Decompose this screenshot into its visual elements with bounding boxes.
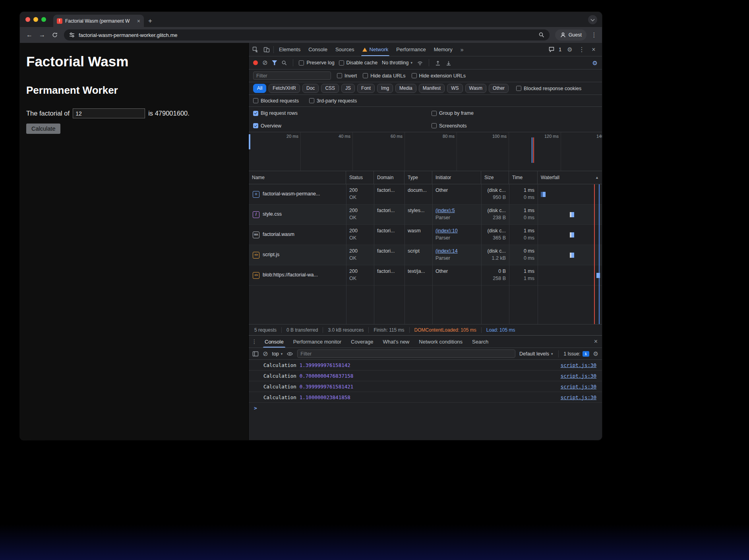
- source-link[interactable]: script.js:30: [561, 362, 596, 368]
- drawer-tab-search[interactable]: Search: [467, 336, 493, 348]
- waterfall-bar[interactable]: [541, 192, 546, 197]
- drawer-menu-button[interactable]: ⋮: [249, 338, 260, 345]
- zoom-icon[interactable]: [538, 32, 545, 38]
- hide-data-urls-checkbox[interactable]: Hide data URLs: [363, 73, 405, 79]
- invert-checkbox[interactable]: Invert: [337, 73, 357, 79]
- chip-other[interactable]: Other: [489, 84, 509, 93]
- chip-font[interactable]: Font: [357, 84, 375, 93]
- preserve-log-checkbox[interactable]: Preserve log: [299, 60, 334, 66]
- new-tab-button[interactable]: +: [148, 17, 152, 24]
- address-bar[interactable]: factorial-wasm-perman­ent-worker.glitch.…: [64, 29, 550, 41]
- tab-close-icon[interactable]: ×: [137, 18, 140, 24]
- close-drawer-button[interactable]: ×: [594, 338, 602, 345]
- search-icon[interactable]: [281, 60, 287, 66]
- chip-ws[interactable]: WS: [447, 84, 463, 93]
- forward-button[interactable]: →: [36, 29, 48, 41]
- settings-gear-icon[interactable]: ⚙: [564, 44, 575, 55]
- third-party-requests-checkbox[interactable]: 3rd-party requests: [309, 98, 357, 104]
- issues-counter[interactable]: 1 Issue: 1: [564, 351, 589, 357]
- drawer-tab-performance-monitor[interactable]: Performance monitor: [288, 336, 346, 348]
- drawer-tab-coverage[interactable]: Coverage: [346, 336, 378, 348]
- drawer-tab-whats-new[interactable]: What's new: [378, 336, 414, 348]
- site-settings-icon[interactable]: [69, 32, 75, 38]
- tab-network[interactable]: Network: [358, 43, 393, 56]
- drawer-tab-network-conditions[interactable]: Network conditions: [414, 336, 467, 348]
- column-header-status[interactable]: Status: [346, 171, 374, 184]
- big-request-rows-checkbox[interactable]: Big request rows: [253, 110, 432, 116]
- browser-menu-button[interactable]: ⋮: [590, 31, 598, 39]
- factorial-input[interactable]: [73, 108, 145, 118]
- chip-wasm[interactable]: Wasm: [465, 84, 487, 93]
- table-row-wasm[interactable]: WA factorial.wasm 200OK factori... wasm …: [249, 225, 602, 245]
- close-devtools-button[interactable]: ×: [588, 44, 599, 55]
- chip-manifest[interactable]: Manifest: [419, 84, 445, 93]
- source-link[interactable]: script.js:30: [561, 384, 596, 390]
- drawer-tab-console[interactable]: Console: [260, 336, 288, 348]
- clear-button[interactable]: ⊘: [262, 60, 267, 66]
- chip-js[interactable]: JS: [341, 84, 355, 93]
- column-header-waterfall[interactable]: Waterfall ▲: [538, 171, 602, 184]
- tab-performance[interactable]: Performance: [392, 43, 430, 56]
- table-row-script[interactable]: <> script.js 200OK factori... script (in…: [249, 245, 602, 265]
- browser-tab[interactable]: ! Factorial Wasm (permanent W ×: [53, 15, 144, 27]
- live-expression-eye-icon[interactable]: [286, 351, 293, 357]
- tab-console[interactable]: Console: [304, 43, 331, 56]
- issues-button[interactable]: [546, 44, 557, 55]
- tab-search-button[interactable]: [588, 15, 597, 24]
- blocked-response-cookies-checkbox[interactable]: Blocked response cookies: [516, 86, 581, 91]
- device-toolbar-button[interactable]: [261, 44, 272, 55]
- network-conditions-icon[interactable]: [417, 60, 423, 66]
- close-window-button[interactable]: [25, 17, 30, 22]
- group-by-frame-checkbox[interactable]: Group by frame: [432, 110, 474, 116]
- initiator-link[interactable]: (index):14: [435, 248, 478, 255]
- column-header-initiator[interactable]: Initiator: [432, 171, 481, 184]
- clear-console-button[interactable]: ⊘: [263, 351, 268, 357]
- initiator-link[interactable]: (index):5: [435, 207, 478, 214]
- waterfall-bar[interactable]: [570, 212, 574, 217]
- initiator-link[interactable]: (index):10: [435, 228, 478, 235]
- chip-all[interactable]: All: [253, 84, 266, 93]
- source-link[interactable]: script.js:30: [561, 373, 596, 379]
- tab-memory[interactable]: Memory: [430, 43, 457, 56]
- chip-doc[interactable]: Doc: [302, 84, 319, 93]
- network-filter-input[interactable]: [253, 71, 331, 80]
- throttling-select[interactable]: No throttling ▾: [382, 60, 412, 66]
- export-har-icon[interactable]: [445, 60, 452, 66]
- fullscreen-window-button[interactable]: [41, 17, 46, 22]
- console-prompt[interactable]: >: [249, 403, 602, 413]
- import-har-icon[interactable]: [435, 60, 441, 66]
- back-button[interactable]: ←: [23, 29, 35, 41]
- console-settings-gear-icon[interactable]: ⚙: [593, 351, 598, 357]
- console-filter-input[interactable]: [297, 350, 515, 358]
- reload-button[interactable]: [49, 29, 61, 41]
- table-row-stylesheet[interactable]: / style.css 200OK factori... styles... (…: [249, 205, 602, 225]
- network-overview-timeline[interactable]: 20 ms 40 ms 60 ms 80 ms 100 ms 120 ms 14…: [249, 132, 602, 171]
- blocked-requests-checkbox[interactable]: Blocked requests: [253, 98, 299, 104]
- disable-cache-checkbox[interactable]: Disable cache: [339, 60, 378, 66]
- chip-img[interactable]: Img: [377, 84, 393, 93]
- inspect-element-button[interactable]: [250, 44, 261, 55]
- network-settings-gear-icon[interactable]: ⚙: [592, 60, 598, 66]
- hide-extension-urls-checkbox[interactable]: Hide extension URLs: [412, 73, 466, 79]
- chip-media[interactable]: Media: [395, 84, 416, 93]
- screenshots-checkbox[interactable]: Screenshots: [432, 123, 466, 129]
- waterfall-bar[interactable]: [570, 232, 574, 238]
- column-header-time[interactable]: Time: [509, 171, 538, 184]
- devtools-menu-button[interactable]: ⋮: [576, 44, 587, 55]
- more-tabs-button[interactable]: »: [457, 44, 468, 55]
- overview-checkbox[interactable]: Overview: [253, 123, 432, 129]
- column-header-domain[interactable]: Domain: [374, 171, 404, 184]
- log-levels-select[interactable]: Default levels ▾: [519, 351, 553, 357]
- waterfall-bar[interactable]: [570, 253, 574, 258]
- column-header-name[interactable]: Name: [249, 171, 346, 184]
- source-link[interactable]: script.js:30: [561, 394, 596, 400]
- minimize-window-button[interactable]: [33, 17, 38, 22]
- column-header-size[interactable]: Size: [481, 171, 509, 184]
- calculate-button[interactable]: Calculate: [26, 124, 60, 134]
- execution-context-select[interactable]: top ▾: [272, 351, 283, 357]
- chip-fetch-xhr[interactable]: Fetch/XHR: [269, 84, 300, 93]
- tab-elements[interactable]: Elements: [275, 43, 304, 56]
- console-sidebar-toggle-icon[interactable]: [252, 351, 259, 357]
- chip-css[interactable]: CSS: [321, 84, 339, 93]
- waterfall-bar[interactable]: [596, 273, 600, 278]
